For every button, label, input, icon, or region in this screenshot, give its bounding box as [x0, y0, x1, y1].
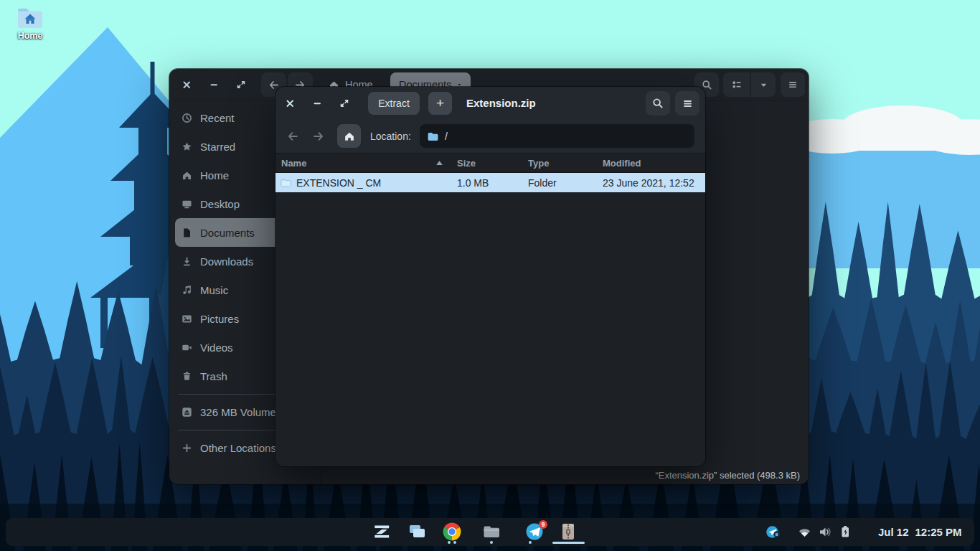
location-input[interactable]: / [420, 124, 694, 148]
recent-clock-icon [182, 112, 193, 123]
column-header-type[interactable]: Type [523, 158, 598, 169]
window-switcher-button[interactable] [407, 522, 427, 542]
plus-icon [182, 442, 193, 453]
removable-drive-icon [182, 406, 193, 418]
battery-charging-icon[interactable] [839, 524, 852, 539]
back-arrow-icon [287, 131, 298, 142]
file-type: Folder [523, 177, 598, 189]
close-icon[interactable] [281, 95, 298, 112]
clock[interactable]: Jul 12 12:25 PM [878, 518, 962, 546]
location-value: / [445, 131, 448, 142]
home-icon [344, 131, 355, 142]
minimize-icon[interactable] [205, 76, 222, 93]
zorin-logo-icon [371, 521, 392, 542]
running-indicator-dot [490, 541, 493, 544]
sidebar-item-label: Music [200, 284, 228, 296]
home-button[interactable] [337, 124, 361, 148]
search-icon [702, 80, 712, 90]
column-header-name[interactable]: Name [275, 158, 452, 169]
close-icon[interactable] [178, 76, 195, 93]
star-icon [182, 141, 193, 152]
add-files-button[interactable]: + [428, 92, 452, 115]
file-row-selected[interactable]: EXTENSION _ CM 1.0 MB Folder 23 June 202… [275, 173, 705, 192]
video-camera-icon [182, 342, 193, 353]
list-view-icon [732, 80, 742, 90]
window-title: Extension.zip [466, 87, 536, 120]
selection-status-text: “Extension.zip” selected (498.3 kB) [655, 470, 800, 481]
menu-button[interactable] [675, 91, 699, 116]
sidebar-item-label: Desktop [200, 198, 240, 210]
active-app-indicator [552, 542, 585, 545]
sidebar-item-label: Other Locations [200, 442, 276, 454]
folder-icon [481, 522, 501, 542]
search-icon [652, 98, 664, 109]
telegram-tray-icon[interactable]: 9 [765, 524, 781, 540]
hamburger-icon [788, 80, 798, 90]
windows-icon [407, 522, 427, 542]
plus-icon: + [436, 95, 444, 111]
telegram-button[interactable]: 9 [524, 520, 547, 542]
document-icon [182, 227, 193, 238]
sidebar-item-label: Documents [200, 227, 255, 239]
chrome-icon [442, 522, 462, 542]
maximize-icon[interactable] [336, 95, 353, 112]
volume-icon[interactable] [818, 525, 831, 539]
back-arrow-icon [268, 80, 279, 90]
chevron-down-icon [759, 80, 768, 90]
extract-button-label: Extract [378, 98, 410, 109]
archive-manager-button[interactable] [558, 522, 578, 542]
location-bar: Location: / [275, 120, 705, 153]
wifi-icon[interactable] [798, 526, 811, 538]
search-button[interactable] [646, 91, 670, 116]
running-indicator-dot [448, 541, 451, 544]
sidebar-item-label: Pictures [200, 313, 239, 325]
folder-icon [280, 177, 291, 188]
desktop-home-icon[interactable]: Home [10, 6, 50, 41]
archive-file-list: Name Size Type Modified EXTENSION _ CM 1… [275, 153, 705, 466]
image-icon [182, 313, 193, 324]
hamburger-icon [682, 98, 693, 109]
telegram-icon: 9 [524, 520, 547, 542]
column-header-modified[interactable]: Modified [598, 158, 705, 169]
forward-arrow-icon [313, 131, 324, 142]
clock-time: 12:25 PM [915, 526, 962, 538]
location-label: Location: [370, 120, 411, 153]
badge-count: 9 [776, 532, 778, 537]
archive-manager-icon [558, 522, 578, 542]
desktop-icon-label: Home [10, 31, 50, 41]
maximize-icon[interactable] [232, 76, 250, 93]
sidebar-item-label: Starred [200, 141, 235, 153]
trash-icon [182, 370, 193, 382]
sidebar-item-label: Downloads [200, 255, 253, 268]
view-list-button[interactable] [723, 72, 750, 97]
desktop: Home Home Doc [0, 0, 980, 551]
extract-button[interactable]: Extract [368, 92, 420, 115]
files-app-button[interactable] [481, 522, 501, 542]
archive-headerbar: Extract + Extension.zip [275, 87, 705, 120]
column-header-size[interactable]: Size [452, 158, 523, 169]
file-size: 1.0 MB [452, 177, 523, 189]
sidebar-item-label: Recent [200, 112, 235, 124]
running-indicator-dot [529, 541, 532, 544]
download-icon [182, 255, 193, 267]
music-note-icon [182, 284, 193, 296]
badge-count: 9 [542, 521, 545, 528]
back-button[interactable] [284, 128, 301, 145]
taskbar: 9 9 [6, 518, 974, 546]
forward-button[interactable] [310, 128, 327, 145]
chrome-button[interactable] [442, 522, 462, 542]
archive-window: Extract + Extension.zip Location: [275, 87, 705, 466]
minimize-icon[interactable] [308, 95, 326, 112]
folder-icon [427, 131, 438, 142]
view-options-button[interactable] [751, 72, 776, 97]
sidebar-item-label: Home [200, 169, 229, 182]
home-icon [182, 169, 193, 181]
sidebar-item-label: Videos [200, 342, 233, 354]
home-folder-icon [16, 6, 44, 30]
menu-button[interactable] [781, 72, 805, 97]
file-modified: 23 June 2021, 12:52 [598, 177, 705, 189]
clock-date: Jul 12 [878, 526, 909, 538]
file-name: EXTENSION _ CM [296, 177, 381, 189]
zorin-menu-button[interactable] [371, 521, 392, 542]
display-icon [182, 198, 193, 209]
